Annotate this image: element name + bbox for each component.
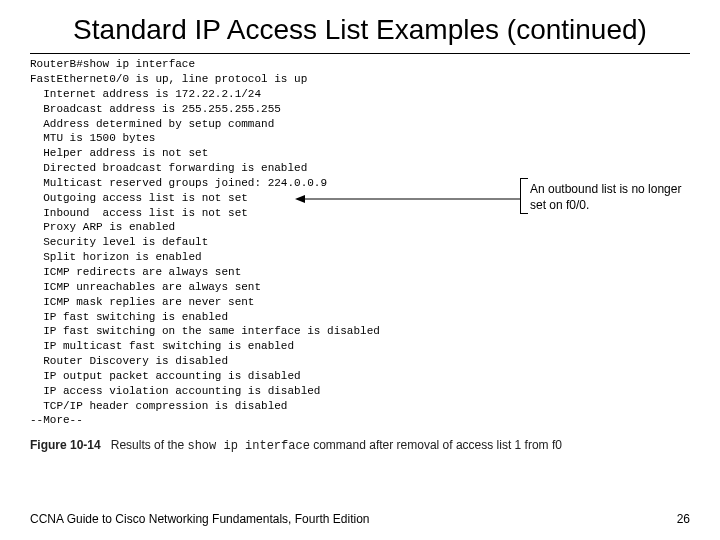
console-output: FastEthernet0/0 is up, line protocol is … [30,72,690,428]
figure-caption-prefix: Results of the [111,438,188,452]
slide-footer: CCNA Guide to Cisco Networking Fundament… [30,512,690,526]
figure-label: Figure 10-14 [30,438,101,452]
figure-caption-suffix: command after removal of access list 1 f… [310,438,562,452]
figure-caption: Figure 10-14 Results of the show ip inte… [30,438,690,453]
callout-text: An outbound list is no longer set on f0/… [530,182,690,213]
callout-bracket-icon [520,178,528,214]
console-block: RouterB#show ip interface FastEthernet0/… [30,53,690,428]
svg-marker-1 [295,195,305,203]
book-title: CCNA Guide to Cisco Networking Fundament… [30,512,370,526]
console-prompt: RouterB# [30,58,83,70]
console-command: show ip interface [83,58,195,70]
page-number: 26 [677,512,690,526]
callout-arrow-icon [295,194,520,204]
console-prompt-line: RouterB#show ip interface [30,58,690,70]
slide-title: Standard IP Access List Examples (contin… [0,0,720,47]
figure-caption-command: show ip interface [187,439,309,453]
